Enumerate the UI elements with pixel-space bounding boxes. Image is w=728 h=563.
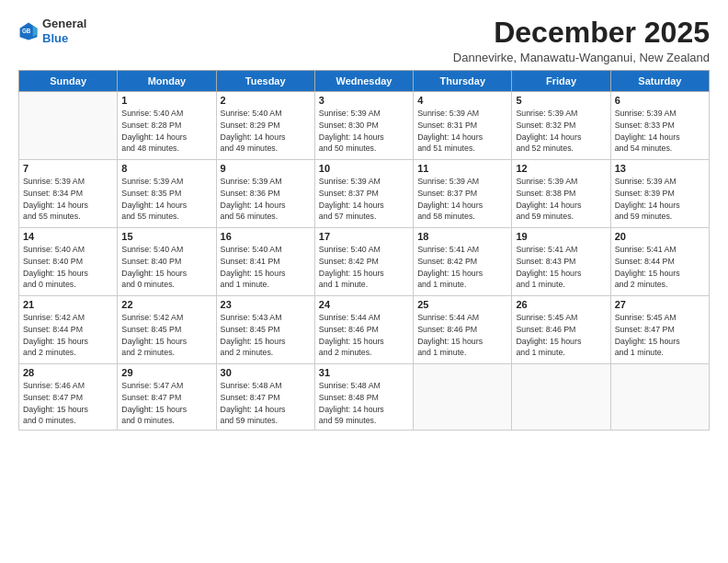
calendar-header-sunday: Sunday [19, 71, 118, 92]
calendar-header-thursday: Thursday [414, 71, 512, 92]
day-info: Sunrise: 5:40 AMSunset: 8:28 PMDaylight:… [121, 108, 211, 155]
day-number: 12 [516, 163, 606, 174]
day-number: 21 [23, 299, 113, 310]
day-number: 26 [516, 299, 606, 310]
day-number: 19 [516, 231, 606, 242]
calendar-cell: 12Sunrise: 5:39 AMSunset: 8:38 PMDayligh… [512, 160, 610, 228]
calendar-cell: 31Sunrise: 5:48 AMSunset: 8:48 PMDayligh… [314, 364, 413, 431]
calendar-cell [19, 92, 118, 160]
day-info: Sunrise: 5:39 AMSunset: 8:39 PMDaylight:… [615, 176, 705, 223]
calendar-cell: 9Sunrise: 5:39 AMSunset: 8:36 PMDaylight… [216, 160, 314, 228]
day-info: Sunrise: 5:39 AMSunset: 8:31 PMDaylight:… [417, 108, 507, 155]
day-info: Sunrise: 5:39 AMSunset: 8:34 PMDaylight:… [23, 176, 113, 223]
calendar-cell: 7Sunrise: 5:39 AMSunset: 8:34 PMDaylight… [19, 160, 118, 228]
logo: GB General Blue [18, 17, 86, 45]
day-number: 17 [319, 231, 409, 242]
day-info: Sunrise: 5:39 AMSunset: 8:33 PMDaylight:… [615, 108, 705, 155]
calendar-cell: 30Sunrise: 5:48 AMSunset: 8:47 PMDayligh… [216, 364, 314, 431]
day-number: 10 [319, 163, 409, 174]
day-number: 13 [615, 163, 705, 174]
day-info: Sunrise: 5:42 AMSunset: 8:45 PMDaylight:… [121, 312, 211, 359]
calendar-week-4: 21Sunrise: 5:42 AMSunset: 8:44 PMDayligh… [19, 296, 710, 364]
calendar-cell [414, 364, 512, 431]
calendar-cell: 27Sunrise: 5:45 AMSunset: 8:47 PMDayligh… [610, 296, 709, 364]
calendar-cell: 22Sunrise: 5:42 AMSunset: 8:45 PMDayligh… [118, 296, 216, 364]
calendar-cell: 3Sunrise: 5:39 AMSunset: 8:30 PMDaylight… [314, 92, 413, 160]
day-info: Sunrise: 5:44 AMSunset: 8:46 PMDaylight:… [417, 312, 507, 359]
day-number: 11 [417, 163, 507, 174]
day-info: Sunrise: 5:47 AMSunset: 8:47 PMDaylight:… [121, 380, 211, 427]
calendar-cell: 19Sunrise: 5:41 AMSunset: 8:43 PMDayligh… [512, 228, 610, 296]
calendar-cell: 11Sunrise: 5:39 AMSunset: 8:37 PMDayligh… [414, 160, 512, 228]
calendar-cell: 21Sunrise: 5:42 AMSunset: 8:44 PMDayligh… [19, 296, 118, 364]
calendar-header-monday: Monday [118, 71, 216, 92]
calendar-cell: 29Sunrise: 5:47 AMSunset: 8:47 PMDayligh… [118, 364, 216, 431]
day-number: 6 [615, 95, 705, 106]
day-info: Sunrise: 5:45 AMSunset: 8:47 PMDaylight:… [615, 312, 705, 359]
day-number: 15 [121, 231, 211, 242]
calendar-cell: 20Sunrise: 5:41 AMSunset: 8:44 PMDayligh… [610, 228, 709, 296]
calendar-week-2: 7Sunrise: 5:39 AMSunset: 8:34 PMDaylight… [19, 160, 710, 228]
day-info: Sunrise: 5:40 AMSunset: 8:40 PMDaylight:… [23, 244, 113, 291]
day-info: Sunrise: 5:41 AMSunset: 8:42 PMDaylight:… [417, 244, 507, 291]
calendar-cell: 28Sunrise: 5:46 AMSunset: 8:47 PMDayligh… [19, 364, 118, 431]
calendar-week-3: 14Sunrise: 5:40 AMSunset: 8:40 PMDayligh… [19, 228, 710, 296]
calendar-cell: 23Sunrise: 5:43 AMSunset: 8:45 PMDayligh… [216, 296, 314, 364]
day-info: Sunrise: 5:48 AMSunset: 8:48 PMDaylight:… [319, 380, 409, 427]
day-number: 14 [23, 231, 113, 242]
logo-icon: GB [18, 21, 39, 41]
day-info: Sunrise: 5:44 AMSunset: 8:46 PMDaylight:… [319, 312, 409, 359]
day-number: 16 [221, 231, 311, 242]
calendar-cell: 13Sunrise: 5:39 AMSunset: 8:39 PMDayligh… [610, 160, 709, 228]
day-number: 24 [319, 299, 409, 310]
day-info: Sunrise: 5:39 AMSunset: 8:37 PMDaylight:… [319, 176, 409, 223]
day-info: Sunrise: 5:39 AMSunset: 8:35 PMDaylight:… [121, 176, 211, 223]
day-number: 1 [121, 95, 211, 106]
calendar-cell: 16Sunrise: 5:40 AMSunset: 8:41 PMDayligh… [216, 228, 314, 296]
calendar-cell: 15Sunrise: 5:40 AMSunset: 8:40 PMDayligh… [118, 228, 216, 296]
month-title: December 2025 [453, 17, 710, 49]
day-number: 18 [417, 231, 507, 242]
header: GB General Blue December 2025 Dannevirke… [18, 17, 710, 64]
day-info: Sunrise: 5:39 AMSunset: 8:38 PMDaylight:… [516, 176, 606, 223]
day-info: Sunrise: 5:41 AMSunset: 8:44 PMDaylight:… [615, 244, 705, 291]
day-number: 7 [23, 163, 113, 174]
day-info: Sunrise: 5:39 AMSunset: 8:32 PMDaylight:… [516, 108, 606, 155]
day-number: 27 [615, 299, 705, 310]
day-number: 2 [221, 95, 311, 106]
calendar-cell: 5Sunrise: 5:39 AMSunset: 8:32 PMDaylight… [512, 92, 610, 160]
day-info: Sunrise: 5:43 AMSunset: 8:45 PMDaylight:… [221, 312, 311, 359]
calendar-cell: 8Sunrise: 5:39 AMSunset: 8:35 PMDaylight… [118, 160, 216, 228]
day-number: 28 [23, 367, 113, 378]
calendar-header-tuesday: Tuesday [216, 71, 314, 92]
day-number: 25 [417, 299, 507, 310]
logo-blue: Blue [42, 31, 86, 46]
day-info: Sunrise: 5:40 AMSunset: 8:41 PMDaylight:… [221, 244, 311, 291]
day-number: 31 [319, 367, 409, 378]
day-number: 22 [121, 299, 211, 310]
svg-text:GB: GB [22, 28, 31, 34]
day-info: Sunrise: 5:40 AMSunset: 8:29 PMDaylight:… [221, 108, 311, 155]
day-number: 8 [121, 163, 211, 174]
calendar-cell: 17Sunrise: 5:40 AMSunset: 8:42 PMDayligh… [314, 228, 413, 296]
day-info: Sunrise: 5:39 AMSunset: 8:30 PMDaylight:… [319, 108, 409, 155]
day-info: Sunrise: 5:46 AMSunset: 8:47 PMDaylight:… [23, 380, 113, 427]
logo-text: General Blue [42, 17, 86, 45]
calendar-cell [512, 364, 610, 431]
logo-general: General [42, 17, 86, 31]
day-number: 29 [121, 367, 211, 378]
calendar-cell: 2Sunrise: 5:40 AMSunset: 8:29 PMDaylight… [216, 92, 314, 160]
calendar-week-1: 1Sunrise: 5:40 AMSunset: 8:28 PMDaylight… [19, 92, 710, 160]
day-info: Sunrise: 5:41 AMSunset: 8:43 PMDaylight:… [516, 244, 606, 291]
calendar-header-saturday: Saturday [610, 71, 709, 92]
calendar-header-row: SundayMondayTuesdayWednesdayThursdayFrid… [19, 71, 710, 92]
day-number: 4 [417, 95, 507, 106]
page: GB General Blue December 2025 Dannevirke… [0, 0, 728, 563]
calendar-header-wednesday: Wednesday [314, 71, 413, 92]
calendar-cell: 18Sunrise: 5:41 AMSunset: 8:42 PMDayligh… [414, 228, 512, 296]
day-info: Sunrise: 5:48 AMSunset: 8:47 PMDaylight:… [221, 380, 311, 427]
calendar-cell: 26Sunrise: 5:45 AMSunset: 8:46 PMDayligh… [512, 296, 610, 364]
day-info: Sunrise: 5:42 AMSunset: 8:44 PMDaylight:… [23, 312, 113, 359]
day-info: Sunrise: 5:39 AMSunset: 8:37 PMDaylight:… [417, 176, 507, 223]
calendar-week-5: 28Sunrise: 5:46 AMSunset: 8:47 PMDayligh… [19, 364, 710, 431]
